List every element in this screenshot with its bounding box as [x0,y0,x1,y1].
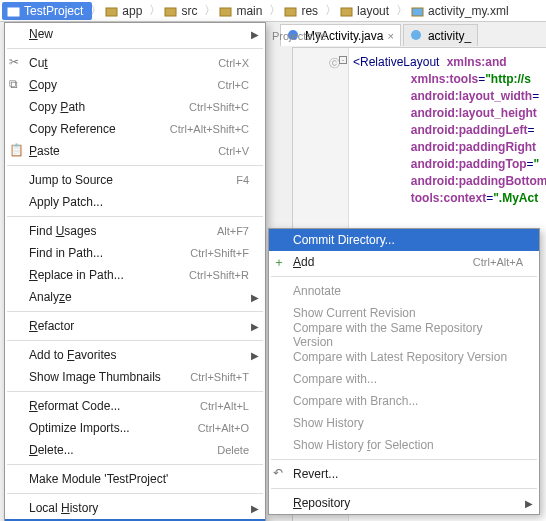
code-view: <RelativeLayout xmlns:and xmlns:tools="h… [353,54,546,207]
menu-item-label: Annotate [293,284,523,298]
folder-icon [105,4,119,18]
menu-item-label: Commit Directory... [293,233,523,247]
context-menu-item-show-image-thumbnails[interactable]: Show Image ThumbnailsCtrl+Shift+T [5,366,265,388]
menu-item-label: Copy [29,78,218,92]
breadcrumb-label: activity_my.xml [428,4,508,18]
context-menu-item-paste[interactable]: 📋PasteCtrl+V [5,140,265,162]
git-submenu-item-compare-with-the-same-repository-version: Compare with the Same Repository Version [269,324,539,346]
context-menu-item-copy-reference[interactable]: Copy ReferenceCtrl+Alt+Shift+C [5,118,265,140]
context-menu-item-copy[interactable]: ⧉CopyCtrl+C [5,74,265,96]
svg-rect-6 [412,8,423,16]
menu-item-label: Compare with Branch... [293,394,523,408]
git-submenu-separator [271,459,537,460]
menu-item-label: Paste [29,144,218,158]
menu-item-label: Optimize Imports... [29,421,198,435]
context-menu-item-refactor[interactable]: Refactor▶ [5,315,265,337]
context-menu-item-new[interactable]: New▶ [5,23,265,45]
context-menu-item-find-in-path[interactable]: Find in Path...Ctrl+Shift+F [5,242,265,264]
paste-icon: 📋 [9,143,25,159]
submenu-arrow-icon: ▶ [251,292,259,303]
menu-item-shortcut: Ctrl+Shift+C [189,101,249,113]
context-menu-item-optimize-imports[interactable]: Optimize Imports...Ctrl+Alt+O [5,417,265,439]
menu-item-label: Copy Reference [29,122,170,136]
menu-item-shortcut: F4 [236,174,249,186]
context-menu-item-local-history[interactable]: Local History▶ [5,497,265,519]
menu-item-label: Local History [29,501,249,515]
menu-item-label: Compare with Latest Repository Version [293,350,523,364]
menu-item-label: Apply Patch... [29,195,249,209]
git-submenu-item-revert[interactable]: ↶Revert... [269,463,539,485]
cut-icon: ✂ [9,55,25,71]
submenu-arrow-icon: ▶ [251,503,259,514]
git-submenu-item-commit-directory[interactable]: Commit Directory... [269,229,539,251]
fold-minus-icon[interactable]: - [339,56,347,64]
xml-file-icon [411,4,425,18]
git-submenu-item-compare-with-latest-repository-version: Compare with Latest Repository Version [269,346,539,368]
context-menu-item-jump-to-source[interactable]: Jump to SourceF4 [5,169,265,191]
menu-item-shortcut: Alt+F7 [217,225,249,237]
menu-item-label: Find in Path... [29,246,190,260]
git-submenu-item-repository[interactable]: Repository▶ [269,492,539,514]
menu-item-label: Cut [29,56,218,70]
context-menu-item-copy-path[interactable]: Copy PathCtrl+Shift+C [5,96,265,118]
tab-label: activity_ [428,29,471,43]
menu-item-shortcut: Ctrl+Alt+O [198,422,249,434]
submenu-arrow-icon: ▶ [251,321,259,332]
context-menu-item-make-module-testproject[interactable]: Make Module 'TestProject' [5,468,265,490]
breadcrumb-bar: TestProject〉app〉src〉main〉res〉layout〉acti… [0,0,546,22]
menu-item-label: Revert... [293,467,523,481]
svg-point-8 [411,30,421,40]
menu-item-shortcut: Delete [217,444,249,456]
folder-icon [164,4,178,18]
menu-item-shortcut: Ctrl+C [218,79,249,91]
git-submenu: Commit Directory...＋AddCtrl+Alt+AAnnotat… [268,228,540,515]
menu-item-shortcut: Ctrl+Shift+F [190,247,249,259]
breadcrumb-label: app [122,4,142,18]
breadcrumb-label: res [301,4,318,18]
copy-icon: ⧉ [9,77,25,93]
submenu-arrow-icon: ▶ [251,29,259,40]
git-submenu-item-annotate: Annotate [269,280,539,302]
breadcrumb-label: layout [357,4,389,18]
breadcrumb-item-src[interactable]: src [159,2,206,20]
breadcrumb-item-main[interactable]: main [214,2,271,20]
breadcrumb-item-layout[interactable]: layout [335,2,398,20]
context-menu-item-add-to-favorites[interactable]: Add to Favorites▶ [5,344,265,366]
context-menu-separator [7,216,263,217]
context-menu-separator [7,48,263,49]
breadcrumb-item-app[interactable]: app [100,2,151,20]
context-menu-item-replace-in-path[interactable]: Replace in Path...Ctrl+Shift+R [5,264,265,286]
context-menu-item-delete[interactable]: Delete...Delete [5,439,265,461]
context-menu-separator [7,391,263,392]
close-tab-icon[interactable]: × [387,30,393,42]
context-menu: New▶✂CutCtrl+X⧉CopyCtrl+CCopy PathCtrl+S… [4,22,266,521]
menu-item-label: Show Current Revision [293,306,523,320]
breadcrumb-item-res[interactable]: res [279,2,327,20]
svg-rect-3 [220,8,231,16]
context-menu-item-apply-patch[interactable]: Apply Patch... [5,191,265,213]
menu-item-label: Show Image Thumbnails [29,370,190,384]
context-menu-item-reformat-code[interactable]: Reformat Code...Ctrl+Alt+L [5,395,265,417]
menu-item-label: Add [293,255,473,269]
svg-rect-2 [165,8,176,16]
menu-item-label: New [29,27,249,41]
context-menu-separator [7,493,263,494]
svg-rect-0 [8,8,19,16]
svg-rect-4 [285,8,296,16]
menu-item-shortcut: Ctrl+Alt+L [200,400,249,412]
menu-item-label: Reformat Code... [29,399,200,413]
submenu-arrow-icon: ▶ [525,498,533,509]
context-menu-item-cut[interactable]: ✂CutCtrl+X [5,52,265,74]
plus-icon: ＋ [273,254,289,270]
breadcrumb-item-activity_my-xml[interactable]: activity_my.xml [406,2,517,20]
menu-item-label: Analyze [29,290,249,304]
git-submenu-item-add[interactable]: ＋AddCtrl+Alt+A [269,251,539,273]
context-menu-item-analyze[interactable]: Analyze▶ [5,286,265,308]
editor-tab-activity_[interactable]: activity_ [403,24,478,46]
breadcrumb-label: main [236,4,262,18]
breadcrumb-item-testproject[interactable]: TestProject [2,2,92,20]
context-menu-item-find-usages[interactable]: Find UsagesAlt+F7 [5,220,265,242]
svg-rect-1 [106,8,117,16]
context-menu-separator [7,340,263,341]
revert-icon: ↶ [273,466,289,482]
